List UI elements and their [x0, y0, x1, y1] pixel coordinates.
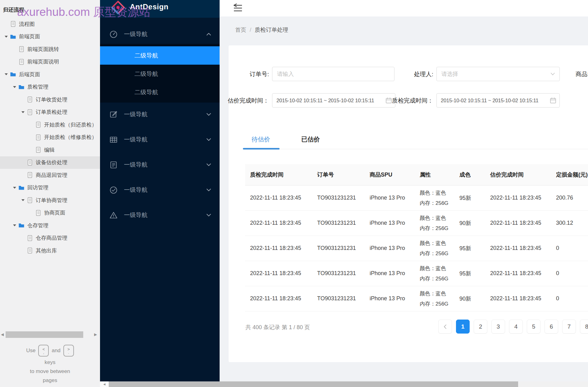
sitemap-item-15[interactable]: 协商页面 [0, 207, 100, 219]
pagination-page-7[interactable]: 7 [562, 320, 576, 334]
nav-group-3[interactable]: 一级导航 [100, 157, 220, 173]
sitemap-item-label: 协商页面 [44, 209, 65, 216]
pagination-page-2[interactable]: 2 [474, 320, 487, 334]
cell-est_time: 2022-11-11 18:23:45 [485, 185, 551, 210]
nav-group-label: 一级导航 [124, 110, 148, 118]
estimate-time-value: 2015-10-02 10:15:11 ~ 2015-10-02 10:15:1… [272, 98, 374, 104]
cell-spu: iPhone 13 Pro [365, 286, 415, 311]
nav-group-4[interactable]: 一级导航 [100, 182, 220, 198]
sitemap-item-9[interactable]: 开始质检（维修质检） [0, 131, 100, 144]
sitemap-item-label: 商品退回管理 [36, 172, 67, 179]
nav-group-5[interactable]: 一级导航 [100, 207, 220, 223]
chevron-down-icon [550, 72, 555, 76]
sitemap-item-7[interactable]: 订单质检处理 [0, 106, 100, 119]
pagination-prev-button[interactable] [438, 320, 452, 334]
nav-group-label: 一级导航 [124, 30, 148, 38]
sitemap-title: 归还流程 [3, 6, 24, 13]
sitemap-item-17[interactable]: 仓存商品管理 [0, 232, 100, 245]
nav-group-2[interactable]: 一级导航 [100, 131, 220, 148]
page-icon [27, 96, 33, 103]
sitemap-item-label: 开始质检（维修质检） [44, 134, 97, 141]
content-card: 订单号: 请输入 处理人: 请选择 商品SPU: 估价完成时间： 2015-10… [229, 45, 588, 362]
nav-group-0[interactable]: 一级导航 [100, 26, 220, 42]
tree-expander-icon[interactable] [19, 111, 27, 113]
axure-sitemap-panel: 归还流程 流程图前端页面前端页面跳转前端页面说明后端页面质检管理订单收货处理订单… [0, 0, 100, 387]
sitemap-item-14[interactable]: 订单协商管理 [0, 194, 100, 207]
handler-select[interactable]: 请选择 [436, 67, 560, 81]
cell-amount: 0 [551, 286, 588, 311]
pagination-page-4[interactable]: 4 [509, 320, 523, 334]
sitemap-item-label: 前端页面说明 [27, 58, 59, 65]
sitemap-item-12[interactable]: 商品退回管理 [0, 169, 100, 182]
attr-memory: 内存：256G [420, 248, 454, 259]
order-no-input[interactable]: 请输入 [272, 67, 394, 81]
qc-time-range-input[interactable]: 2015-10-02 10:15:11 ~ 2015-10-02 10:15:1… [436, 93, 560, 108]
topbar [220, 0, 588, 16]
cell-amount: 300.12 [551, 210, 588, 236]
prev-key-icon: < , [38, 345, 49, 357]
nav-subitem-0[interactable]: 二级导航 [100, 46, 220, 65]
tab-estimated[interactable]: 已估价 [301, 135, 320, 144]
sitemap-item-2[interactable]: 前端页面跳转 [0, 43, 100, 56]
footer-line-move: to move between [0, 367, 100, 376]
cell-attrs: 颜色：蓝色内存：256G [415, 286, 454, 311]
tree-expander-icon[interactable] [11, 187, 18, 189]
pagination-page-8[interactable]: 8 [580, 320, 588, 334]
breadcrumb-current: 质检订单处理 [255, 27, 288, 33]
tree-expander-icon[interactable] [11, 224, 18, 226]
scroll-right-arrow-icon[interactable]: ▶ [94, 332, 97, 337]
sitemap-item-10[interactable]: 编辑 [0, 144, 100, 156]
estimate-time-label: 估价完成时间： [226, 97, 269, 105]
sitemap-item-11[interactable]: 设备估价处理 [0, 156, 100, 169]
sitemap-footer: Use < , and > . keys to move between pag… [0, 343, 100, 385]
nav-subitem-1[interactable]: 二级导航 [100, 65, 220, 83]
bottom-scroll-left-arrow-icon[interactable]: ◀ [100, 381, 109, 387]
sitemap-item-13[interactable]: 回访管理 [0, 182, 100, 194]
sitemap-item-3[interactable]: 前端页面说明 [0, 56, 100, 68]
tab-pending-estimate[interactable]: 待估价 [252, 135, 270, 144]
tree-expander-icon[interactable] [2, 73, 10, 75]
estimate-time-range-input[interactable]: 2015-10-02 10:15:11 ~ 2015-10-02 10:15:1… [272, 93, 395, 108]
cell-amount: 0 [551, 236, 588, 261]
logo-text: AntDesign [130, 2, 169, 11]
spu-label: 商品SPU: [576, 70, 588, 78]
cell-order_no: TO9031231231 [312, 261, 365, 286]
scroll-left-arrow-icon[interactable]: ◀ [1, 332, 4, 337]
sitemap-item-4[interactable]: 后端页面 [0, 68, 100, 81]
edit-icon [109, 110, 118, 119]
sitemap-item-16[interactable]: 仓存管理 [0, 219, 100, 232]
pagination-page-5[interactable]: 5 [527, 320, 540, 334]
sitemap-item-5[interactable]: 质检管理 [0, 81, 100, 94]
bottom-scrollbar[interactable]: ◀ [100, 381, 588, 387]
sitemap-scrollbar-thumb[interactable] [6, 331, 83, 338]
folder-icon [18, 222, 25, 228]
sitemap-item-8[interactable]: 开始质检（归还质检） [0, 118, 100, 131]
sitemap-item-1[interactable]: 前端页面 [0, 30, 100, 43]
chevron-down-icon [205, 187, 212, 193]
nav-subitem-2[interactable]: 二级导航 [100, 83, 220, 101]
tree-expander-icon[interactable] [11, 86, 18, 88]
cell-condition: 95新 [454, 236, 485, 261]
page-icon [27, 247, 33, 254]
sitemap-hscrollbar[interactable]: ◀ ▶ [0, 330, 100, 341]
sitemap-item-6[interactable]: 订单收货处理 [0, 93, 100, 106]
handler-placeholder: 请选择 [437, 70, 458, 78]
tree-expander-icon[interactable] [2, 36, 10, 38]
pagination-page-1[interactable]: 1 [456, 320, 470, 334]
sitemap-item-label: 其他出库 [36, 247, 57, 254]
menu-fold-icon[interactable] [233, 3, 243, 12]
pagination-page-3[interactable]: 3 [491, 320, 505, 334]
breadcrumb-home[interactable]: 首页 [235, 27, 246, 33]
attr-memory: 内存：256G [420, 223, 454, 233]
pagination-page-6[interactable]: 6 [545, 320, 558, 334]
sitemap-item-18[interactable]: 其他出库 [0, 244, 100, 257]
sitemap-item-0[interactable]: 流程图 [0, 18, 100, 30]
bottom-scrollbar-thumb[interactable] [109, 381, 518, 387]
sitemap-item-label: 仓存商品管理 [36, 234, 67, 242]
attr-color: 颜色：蓝色 [420, 263, 454, 274]
nav-group-1[interactable]: 一级导航 [100, 106, 220, 122]
cell-spu: iPhone 13 Pro [365, 210, 415, 236]
dashboard-icon [109, 30, 118, 39]
cell-spu: iPhone 13 Pro [365, 185, 415, 210]
tree-expander-icon[interactable] [19, 199, 27, 201]
